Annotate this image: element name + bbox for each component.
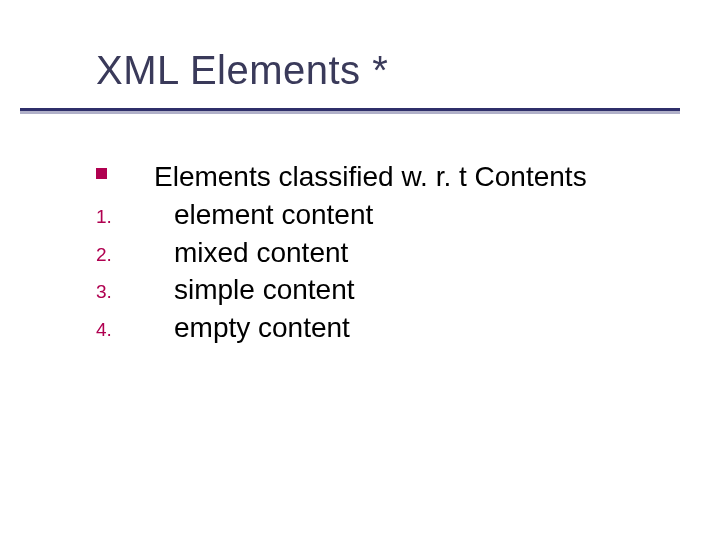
- slide: XML Elements * Elements classified w. r.…: [0, 0, 720, 540]
- list-marker: 1.: [96, 196, 154, 230]
- square-bullet-icon: [96, 168, 107, 179]
- list-text: simple content: [154, 271, 355, 309]
- list-marker: 4.: [96, 309, 154, 343]
- list-text: empty content: [154, 309, 350, 347]
- list-item: 3. simple content: [96, 271, 587, 309]
- list-text: element content: [154, 196, 373, 234]
- body-heading: Elements classified w. r. t Contents: [154, 158, 587, 196]
- list-item: 1. element content: [96, 196, 587, 234]
- body-heading-row: Elements classified w. r. t Contents: [96, 158, 587, 196]
- list-text: mixed content: [154, 234, 348, 272]
- list-item: 4. empty content: [96, 309, 587, 347]
- list-item: 2. mixed content: [96, 234, 587, 272]
- slide-title-wrap: XML Elements *: [96, 48, 388, 93]
- slide-title: XML Elements *: [96, 48, 388, 93]
- bullet-icon: [96, 158, 154, 179]
- list-marker: 3.: [96, 271, 154, 305]
- list-marker: 2.: [96, 234, 154, 268]
- slide-body: Elements classified w. r. t Contents 1. …: [96, 158, 587, 347]
- title-underline-shadow: [20, 111, 680, 114]
